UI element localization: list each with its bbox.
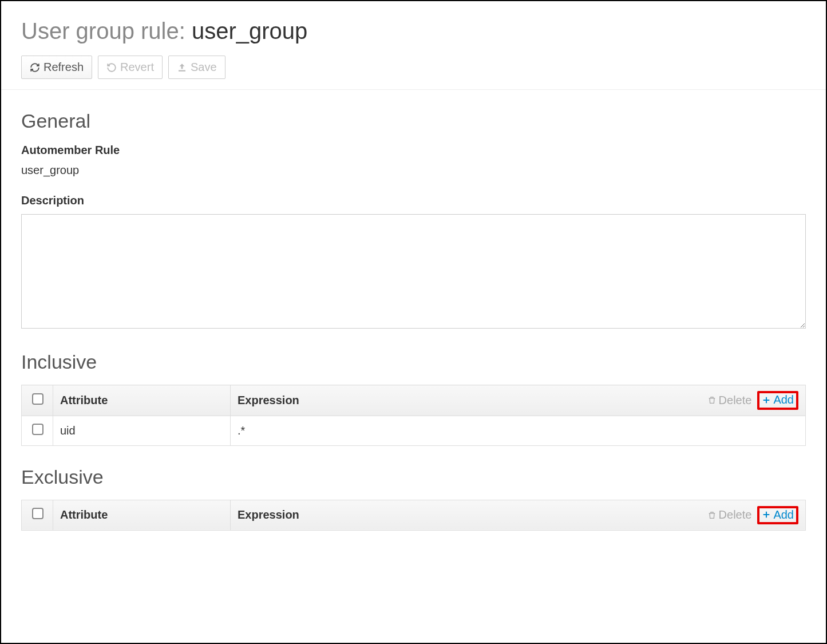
- exclusive-heading: Exclusive: [21, 466, 806, 488]
- refresh-button[interactable]: Refresh: [21, 56, 92, 79]
- automember-label: Automember Rule: [21, 144, 806, 157]
- inclusive-add-button[interactable]: Add: [762, 393, 794, 406]
- exclusive-add-label: Add: [773, 508, 794, 521]
- exclusive-expression-label: Expression: [238, 508, 707, 521]
- inclusive-row-attribute: uid: [53, 416, 231, 445]
- svg-rect-0: [179, 70, 185, 71]
- exclusive-select-all-checkbox[interactable]: [32, 508, 43, 519]
- refresh-icon: [30, 62, 40, 73]
- revert-button[interactable]: Revert: [98, 56, 163, 79]
- save-label: Save: [191, 61, 217, 74]
- plus-icon: [762, 510, 771, 519]
- save-button[interactable]: Save: [168, 56, 225, 79]
- revert-icon: [106, 62, 117, 73]
- inclusive-delete-button[interactable]: Delete: [707, 394, 752, 407]
- inclusive-add-highlight: Add: [757, 391, 798, 410]
- inclusive-row-checkbox[interactable]: [32, 424, 43, 435]
- inclusive-select-all-checkbox[interactable]: [32, 393, 43, 405]
- table-row: uid .*: [22, 416, 806, 445]
- trash-icon: [707, 396, 717, 405]
- upload-icon: [177, 62, 187, 73]
- inclusive-attribute-header: Attribute: [53, 385, 231, 416]
- inclusive-delete-label: Delete: [719, 394, 752, 407]
- exclusive-add-button[interactable]: Add: [762, 508, 794, 521]
- trash-icon: [707, 511, 717, 520]
- refresh-label: Refresh: [43, 61, 84, 74]
- exclusive-add-highlight: Add: [757, 506, 798, 525]
- exclusive-delete-button[interactable]: Delete: [707, 508, 752, 521]
- toolbar: Refresh Revert Save: [1, 56, 826, 90]
- description-textarea[interactable]: [21, 214, 806, 329]
- page-title-prefix: User group rule:: [21, 18, 192, 44]
- inclusive-add-label: Add: [773, 393, 794, 406]
- exclusive-attribute-header: Attribute: [53, 500, 231, 531]
- inclusive-heading: Inclusive: [21, 351, 806, 373]
- page-title: User group rule: user_group: [21, 18, 806, 44]
- exclusive-expression-header: Expression Delete: [231, 500, 806, 531]
- inclusive-expression-label: Expression: [238, 394, 707, 407]
- inclusive-expression-header: Expression Delete: [231, 385, 806, 416]
- exclusive-delete-label: Delete: [719, 508, 752, 521]
- inclusive-row-expression: .*: [231, 416, 806, 445]
- plus-icon: [762, 396, 771, 405]
- revert-label: Revert: [120, 61, 154, 74]
- general-heading: General: [21, 110, 806, 132]
- description-label: Description: [21, 194, 806, 207]
- inclusive-table: Attribute Expression Delete: [21, 385, 806, 446]
- automember-value: user_group: [21, 164, 806, 177]
- exclusive-table: Attribute Expression Delete: [21, 500, 806, 531]
- page-title-name: user_group: [192, 18, 307, 44]
